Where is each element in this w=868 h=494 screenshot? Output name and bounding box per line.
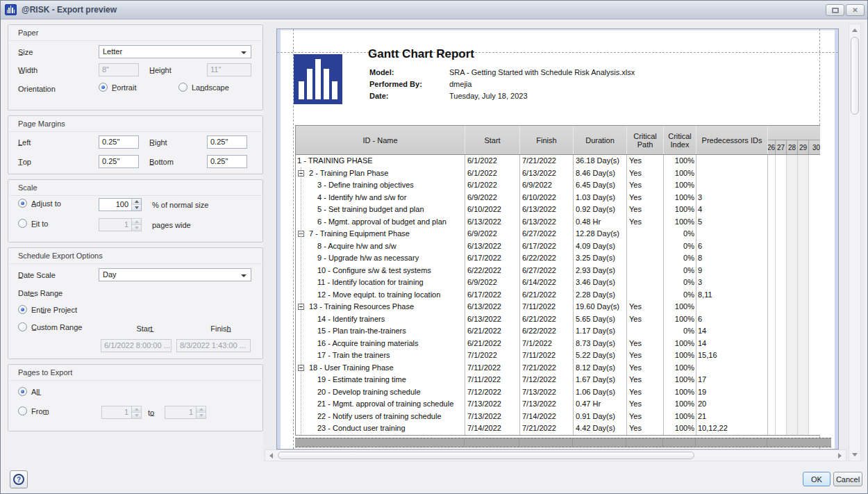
cell-c-cp: Yes xyxy=(627,301,664,313)
fit-pages-stepper[interactable]: 1 xyxy=(99,218,142,231)
timeline-cell xyxy=(768,422,775,435)
timeline-cell xyxy=(768,289,775,302)
ok-button[interactable]: OK xyxy=(803,472,831,486)
width-field[interactable]: 8" xyxy=(99,63,139,76)
cell-c-finish: 6/21/2022 xyxy=(520,289,574,302)
portrait-radio[interactable]: P̲ortrait xyxy=(99,83,136,92)
all-pages-radio[interactable]: All̲ xyxy=(18,387,40,396)
bottom-margin-field[interactable]: 0.25" xyxy=(207,155,247,168)
timeline-cell xyxy=(786,252,797,265)
cell-c-cp: Yes xyxy=(627,338,664,350)
col-header-id-name: ID - Name xyxy=(296,126,465,154)
performed-by-label: Performed By: xyxy=(369,80,422,88)
cell-name: 2 - Training Plan Phase xyxy=(296,167,465,180)
maximize-button[interactable] xyxy=(826,4,844,16)
stepper-up-button[interactable] xyxy=(132,219,141,225)
task-name: 4 - Identify h/w and s/w for xyxy=(296,192,465,204)
horizontal-scrollbar-thumb[interactable] xyxy=(278,452,694,459)
close-button[interactable]: ✕ xyxy=(846,4,865,16)
from-pages-radio[interactable]: From̲ xyxy=(18,406,49,415)
cell-c-ci: 0% xyxy=(664,325,696,338)
stepper-down-button[interactable] xyxy=(132,225,141,231)
scroll-right-button[interactable] xyxy=(834,450,846,461)
scroll-left-button[interactable] xyxy=(265,450,277,461)
adjust-to-radio[interactable]: A̲djust to xyxy=(18,199,61,208)
cell-c-start: 6/13/2022 xyxy=(465,240,520,253)
task-name: 23 - Conduct user training xyxy=(296,422,465,435)
cell-timeline xyxy=(768,228,820,240)
task-name: 12 - Move equipt. to training location xyxy=(296,289,465,302)
timeline-cell xyxy=(786,349,797,362)
timeline-cell xyxy=(808,265,820,277)
cell-c-ci: 0% xyxy=(664,265,696,277)
timeline-cell xyxy=(768,265,775,277)
stepper-up-button[interactable] xyxy=(197,406,206,413)
stepper-up-button[interactable] xyxy=(132,406,141,413)
cell-c-dur: 1.17 Day(s) xyxy=(574,325,627,338)
task-name: 5 - Set training budget and plan xyxy=(296,204,465,216)
top-margin-field[interactable]: 0.25" xyxy=(99,155,139,168)
cell-c-finish: 7/13/2022 xyxy=(520,398,574,411)
scroll-up-button[interactable] xyxy=(849,24,860,36)
timeline-cell xyxy=(775,349,786,362)
timeline-cell xyxy=(775,252,786,265)
fit-pages-value: 1 xyxy=(99,219,131,231)
left-margin-field[interactable]: 0.25" xyxy=(99,135,139,149)
cell-name: 5 - Set training budget and plan xyxy=(296,204,465,216)
task-name: 20 - Develop training schedule xyxy=(296,386,465,399)
task-name: 3 - Define training objectives xyxy=(296,179,465,192)
cell-name: 17 - Train the trainers xyxy=(296,349,465,362)
cell-c-cp: Yes xyxy=(627,192,664,204)
entire-project-radio-label: Enti̲re Project xyxy=(31,306,77,314)
cell-c-pred xyxy=(696,301,768,313)
range-start-field[interactable]: 6/1/2022 8:00:00 ... xyxy=(101,339,172,352)
vertical-scrollbar-thumb[interactable] xyxy=(851,37,859,115)
band-cell xyxy=(295,438,465,447)
cell-c-ci: 0% xyxy=(664,252,696,265)
table-row: 3 - Define training objectives6/1/20226/… xyxy=(296,179,820,192)
paper-size-select[interactable]: Letter xyxy=(99,45,251,58)
fit-to-radio[interactable]: F̲it to xyxy=(18,219,48,228)
timeline-cell xyxy=(797,386,808,399)
entire-project-radio[interactable]: Enti̲re Project xyxy=(18,305,77,314)
task-name: 14 - Identify trainers xyxy=(296,313,465,326)
divider xyxy=(9,380,262,381)
task-name: 19 - Estimate training time xyxy=(296,374,465,386)
to-page-stepper[interactable]: 1 xyxy=(165,406,206,419)
cancel-button[interactable]: Cancel xyxy=(833,472,862,486)
height-field[interactable]: 11" xyxy=(207,63,251,76)
timeline-cell xyxy=(786,265,797,277)
range-finish-field[interactable]: 8/3/2022 1:43:00 ... xyxy=(176,339,251,352)
timeline-cell xyxy=(768,301,775,313)
cell-c-start: 7/1/2022 xyxy=(465,349,520,362)
timeline-cell xyxy=(786,240,797,253)
timeline-cell xyxy=(768,374,775,386)
stepper-down-button[interactable] xyxy=(132,205,141,211)
stepper-down-button[interactable] xyxy=(197,413,206,418)
help-button[interactable]: ? xyxy=(10,470,28,488)
cell-c-pred: 5 xyxy=(696,216,768,229)
right-margin-field[interactable]: 0.25" xyxy=(207,135,247,149)
date-scale-select[interactable]: Day xyxy=(99,268,251,281)
cell-c-finish: 7/11/2022 xyxy=(520,301,574,313)
scroll-down-button[interactable] xyxy=(849,449,860,461)
cell-c-cp: Yes xyxy=(627,411,664,423)
stepper-up-button[interactable] xyxy=(132,199,141,205)
landscape-radio[interactable]: Lan̲dscape xyxy=(178,83,229,92)
cell-c-pred: 14 xyxy=(696,338,768,350)
timeline-cell xyxy=(808,216,820,229)
timeline-cell xyxy=(797,398,808,411)
cell-c-pred: 6 xyxy=(696,240,768,253)
adjust-percent-stepper[interactable]: 100 xyxy=(99,198,142,211)
timeline-cell xyxy=(808,362,820,374)
horizontal-scrollbar[interactable] xyxy=(265,450,846,461)
stepper-down-button[interactable] xyxy=(132,413,141,418)
timeline-cell xyxy=(797,277,808,289)
titlebar[interactable]: @RISK - Export preview ✕ xyxy=(1,1,867,19)
custom-range-radio[interactable]: C̲ustom Range xyxy=(18,322,82,331)
margins-groupbox: Page Margins L̲eft 0.25" R̲ight 0.25" T̲… xyxy=(8,115,263,174)
timeline-cell xyxy=(768,252,775,265)
vertical-scrollbar[interactable] xyxy=(849,24,861,461)
from-page-stepper[interactable]: 1 xyxy=(101,406,142,419)
timeline-cell xyxy=(808,204,820,216)
